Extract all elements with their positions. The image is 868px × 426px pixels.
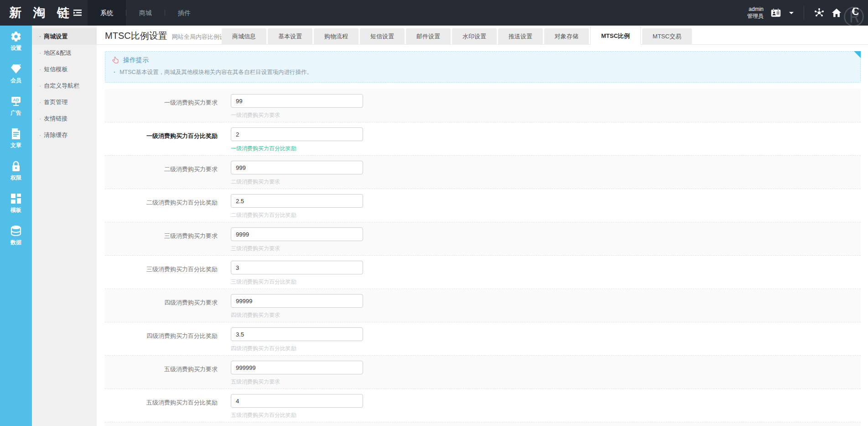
form-row-input[interactable]: [231, 294, 363, 308]
settings-tab[interactable]: 基本设置: [268, 28, 312, 45]
sidebar-collapse-icon[interactable]: [68, 0, 88, 26]
topnav: 系统商城插件: [88, 0, 203, 26]
settings-tab[interactable]: 商城信息: [222, 28, 266, 45]
form-row-label: 一级消费购买力百分比奖励: [105, 132, 218, 140]
sidebar-item-ads[interactable]: AD 广告: [0, 90, 32, 123]
settings-tabs: 商城信息基本设置购物流程短信设置邮件设置水印设置推送设置对象存储MTSC比例MT…: [222, 26, 693, 45]
home-icon[interactable]: [832, 8, 842, 18]
sidebar-item-permissions[interactable]: 权限: [0, 155, 32, 188]
sidebar-label: 会员: [0, 77, 32, 84]
admin-info[interactable]: admin 管理员: [747, 6, 764, 20]
menu-fold-icon: [73, 10, 82, 16]
topnav-item[interactable]: 商城: [126, 0, 165, 26]
svg-text:AD: AD: [13, 98, 19, 102]
form-row: [105, 422, 861, 426]
form-row-field: 五级消费购买力百分比奖励: [231, 394, 363, 419]
submenu-bullet: ·: [39, 49, 41, 56]
mtsc-ratio-form: 一级消费购买力要求 一级消费购买力要求 一级消费购买力百分比奖励 一级消费购买力…: [105, 89, 861, 426]
form-row-hint: 三级消费购买力百分比奖励: [231, 278, 363, 286]
caret-down-icon[interactable]: [789, 12, 794, 14]
form-row-label: 四级消费购买力百分比奖励: [105, 332, 218, 340]
submenu-item[interactable]: ·自定义导航栏: [32, 78, 97, 94]
submenu-item[interactable]: ·清除缓存: [32, 127, 97, 143]
form-row-hint: 五级消费购买力要求: [231, 378, 363, 386]
form-row-hint: 一级消费购买力要求: [231, 111, 363, 119]
form-row-label: 五级消费购买力要求: [105, 365, 218, 373]
page-header: MTSC比例设置网站全局内容比例设置 商城信息基本设置购物流程短信设置邮件设置水…: [97, 26, 868, 45]
form-row-input[interactable]: [231, 227, 363, 241]
form-row: 一级消费购买力要求 一级消费购买力要求: [105, 89, 861, 122]
submenu-label: 清除缓存: [44, 131, 68, 138]
form-row: 三级消费购买力百分比奖励 三级消费购买力百分比奖励: [105, 256, 861, 289]
admin-name: admin: [747, 6, 764, 13]
sidebar-label: 数据: [0, 239, 32, 247]
topnav-item[interactable]: 插件: [165, 0, 203, 26]
submenu-bullet: ·: [39, 66, 41, 73]
form-row-input[interactable]: [231, 127, 363, 141]
power-icon[interactable]: [849, 8, 859, 18]
form-row-input[interactable]: [231, 261, 363, 274]
form-row-hint: 四级消费购买力百分比奖励: [231, 345, 363, 352]
settings-tab[interactable]: 购物流程: [314, 28, 359, 45]
form-row: 四级消费购买力百分比奖励 四级消费购买力百分比奖励: [105, 322, 861, 356]
submenu-item[interactable]: ·短信模板: [32, 61, 97, 78]
topnav-item[interactable]: 系统: [88, 0, 126, 26]
settings-tab[interactable]: MTSC比例: [590, 26, 641, 45]
sidebar-label: 设置: [0, 44, 32, 52]
sidebar-label: 文章: [0, 142, 32, 149]
form-row: 二级消费购买力要求 二级消费购买力要求: [105, 156, 861, 189]
article-icon: [0, 127, 32, 141]
settings-tab[interactable]: 推送设置: [498, 28, 543, 45]
id-card-icon[interactable]: [771, 8, 781, 18]
submenu-item[interactable]: ·商城设置: [32, 28, 97, 45]
operation-tip-box: 操作提示 ·MTSC基本设置，商城及其他模块相关内容在其各自栏目设置项内进行操作…: [105, 51, 861, 83]
form-row: 二级消费购买力百分比奖励 二级消费购买力百分比奖励: [105, 189, 861, 222]
submenu-label: 短信模板: [44, 66, 68, 73]
submenu-label: 商城设置: [44, 33, 68, 40]
topbar-divider: [804, 6, 804, 20]
form-row-field: 四级消费购买力要求: [231, 294, 363, 319]
form-row-field: 四级消费购买力百分比奖励: [231, 327, 363, 352]
page-title-text: MTSC比例设置: [105, 31, 167, 41]
main-content: MTSC比例设置网站全局内容比例设置 商城信息基本设置购物流程短信设置邮件设置水…: [97, 26, 868, 426]
submenu-item[interactable]: ·首页管理: [32, 94, 97, 110]
sidebar-label: 权限: [0, 174, 32, 182]
settings-tab[interactable]: MTSC交易: [642, 28, 692, 45]
ad-icon: AD: [0, 95, 32, 108]
sidebar-item-templates[interactable]: 模板: [0, 188, 32, 220]
form-row-input[interactable]: [231, 94, 363, 108]
form-row: 三级消费购买力要求 三级消费购买力要求: [105, 222, 861, 256]
tip-header: 操作提示: [112, 56, 854, 64]
template-icon: [0, 192, 32, 205]
form-row-input[interactable]: [231, 361, 363, 374]
settings-tab[interactable]: 对象存储: [544, 28, 589, 45]
share-icon[interactable]: [814, 8, 824, 18]
form-row-input[interactable]: [231, 194, 363, 208]
submenu-label: 首页管理: [44, 99, 68, 105]
form-row-input[interactable]: [231, 327, 363, 341]
form-row-hint: 二级消费购买力要求: [231, 178, 363, 186]
hand-pointer-icon: [112, 56, 120, 64]
settings-tab[interactable]: 短信设置: [360, 28, 405, 45]
settings-tab[interactable]: 邮件设置: [406, 28, 451, 45]
sidebar-item-settings[interactable]: 设置: [0, 26, 32, 58]
form-row-hint: 四级消费购买力要求: [231, 311, 363, 319]
form-row-hint: 五级消费购买力百分比奖励: [231, 411, 363, 419]
sidebar-item-data[interactable]: 数据: [0, 220, 32, 252]
form-row-label: 四级消费购买力要求: [105, 299, 218, 307]
submenu-item[interactable]: ·友情链接: [32, 110, 97, 127]
form-row-input[interactable]: [231, 161, 363, 174]
form-row-label: 三级消费购买力要求: [105, 232, 218, 240]
form-row-input[interactable]: [231, 394, 363, 408]
sidebar-item-articles[interactable]: 文章: [0, 123, 32, 155]
form-row-label: 二级消费购买力要求: [105, 165, 218, 174]
form-row: 五级消费购买力要求 五级消费购买力要求: [105, 356, 861, 389]
app-logo: 新 淘 链: [0, 0, 68, 26]
settings-tab[interactable]: 水印设置: [452, 28, 497, 45]
tip-text-content: MTSC基本设置，商城及其他模块相关内容在其各自栏目设置项内进行操作。: [120, 69, 312, 75]
form-row: 四级消费购买力要求 四级消费购买力要求: [105, 289, 861, 322]
sidebar-item-members[interactable]: 会员: [0, 58, 32, 90]
form-row-hint: 三级消费购买力要求: [231, 245, 363, 252]
page-title: MTSC比例设置网站全局内容比例设置: [105, 30, 231, 42]
submenu-item[interactable]: ·地区&配送: [32, 45, 97, 61]
